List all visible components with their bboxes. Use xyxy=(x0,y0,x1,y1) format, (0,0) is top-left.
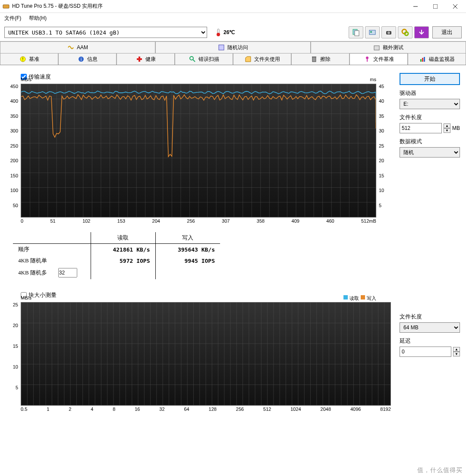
tab-信息[interactable]: i信息 xyxy=(58,53,116,65)
chart2-unit-left: MB/s xyxy=(21,295,31,300)
tab-container: AAM随机访问额外测试 !基准i信息健康错误扫描文件夹使用擦除文件基准磁盘监视器 xyxy=(0,41,466,65)
filelen2-select[interactable]: 64 MB xyxy=(400,322,460,333)
minimize-button[interactable] xyxy=(406,0,425,13)
svg-rect-29 xyxy=(424,57,425,62)
copy-info-button[interactable] xyxy=(349,26,363,38)
svg-text:!: ! xyxy=(22,57,23,62)
tab-随机访问[interactable]: 随机访问 xyxy=(155,41,311,53)
drive-label: 驱动器 xyxy=(400,89,460,97)
svg-rect-24 xyxy=(312,57,316,57)
tab-文件基准[interactable]: 文件基准 xyxy=(350,53,408,65)
svg-rect-2 xyxy=(433,4,438,9)
save-screenshot-button[interactable] xyxy=(381,26,396,38)
temperature: 26℃ xyxy=(215,28,235,37)
tab-健康[interactable]: 健康 xyxy=(116,53,175,65)
mode-select[interactable]: 随机 xyxy=(400,147,460,158)
delay-input[interactable] xyxy=(400,347,451,357)
tab-擦除[interactable]: 擦除 xyxy=(291,53,350,65)
tab-磁盘监视器[interactable]: 磁盘监视器 xyxy=(408,53,466,65)
app-icon xyxy=(3,3,9,10)
svg-rect-15 xyxy=(219,45,224,50)
chart2 xyxy=(21,302,391,406)
copy-screenshot-button[interactable] xyxy=(365,26,380,38)
drive-select[interactable]: UNITEK USB3.1 TO SATA6G (1024 gB) xyxy=(4,27,207,38)
chart2-x-axis: 0.512481632641282565121024204840968192 xyxy=(21,407,391,414)
sidebar: 开始 驱动器 E: 文件长度 ▲▼ MB 数据模式 随机 文件长度 64 MB … xyxy=(400,73,460,414)
svg-text:i: i xyxy=(80,57,81,62)
chart1-unit-left: MB/s xyxy=(21,77,31,82)
svg-point-12 xyxy=(387,32,390,34)
chart2-y-left: 252015105 xyxy=(6,302,20,406)
titlebar: HD Tune Pro 5.75 - 硬盘/SSD 实用程序 xyxy=(0,0,466,13)
filelen2-label: 文件长度 xyxy=(400,313,460,321)
chart1-y-right: 45403530252015105 xyxy=(377,84,391,218)
chart1-x-axis: 051102153204256307358409460512mB xyxy=(21,218,376,226)
start-button[interactable]: 开始 xyxy=(400,73,460,85)
chart1-y-left: 45040035030025020015010050 xyxy=(6,84,20,218)
close-button[interactable] xyxy=(445,0,465,13)
maximize-button[interactable] xyxy=(425,0,445,13)
menu-help[interactable]: 帮助(H) xyxy=(29,15,47,22)
svg-rect-8 xyxy=(355,31,359,36)
tab-AAM[interactable]: AAM xyxy=(0,41,155,53)
window-title: HD Tune Pro 5.75 - 硬盘/SSD 实用程序 xyxy=(12,3,406,10)
mode-label: 数据模式 xyxy=(400,138,460,145)
svg-rect-16 xyxy=(374,46,379,50)
svg-rect-28 xyxy=(422,58,423,62)
delay-spinner[interactable]: ▲▼ xyxy=(453,347,460,356)
save-button[interactable] xyxy=(414,26,429,38)
svg-point-21 xyxy=(190,57,193,60)
drive-letter-select[interactable]: E: xyxy=(400,99,460,109)
svg-point-14 xyxy=(405,32,408,35)
chart1 xyxy=(21,84,376,218)
chart2-legend: 读取 写入 xyxy=(343,295,376,302)
svg-rect-23 xyxy=(312,57,316,62)
options-button[interactable] xyxy=(398,26,412,38)
svg-rect-0 xyxy=(3,5,9,8)
exit-button[interactable]: 退出 xyxy=(432,26,462,38)
svg-rect-26 xyxy=(367,59,368,62)
svg-point-6 xyxy=(217,33,220,36)
tab-文件夹使用[interactable]: 文件夹使用 xyxy=(233,53,291,65)
tab-额外测试[interactable]: 额外测试 xyxy=(311,41,466,53)
tab-错误扫描[interactable]: 错误扫描 xyxy=(175,53,233,65)
menu-file[interactable]: 文件(F) xyxy=(4,15,21,22)
svg-rect-10 xyxy=(370,31,372,33)
svg-line-22 xyxy=(193,60,195,62)
chart1-unit-right: ms xyxy=(370,77,376,82)
results-table: 读取 写入 顺序 421861 KB/s 395643 KB/s 4KB 随机单… xyxy=(13,232,391,279)
filelen-spinner[interactable]: ▲▼ xyxy=(444,123,450,133)
filelen-label: 文件长度 xyxy=(400,113,460,121)
svg-rect-27 xyxy=(420,59,422,62)
menubar: 文件(F) 帮助(H) xyxy=(0,13,466,24)
thermometer-icon xyxy=(215,28,222,37)
delay-label: 延迟 xyxy=(400,337,460,345)
toolbar: UNITEK USB3.1 TO SATA6G (1024 gB) 26℃ 退出 xyxy=(0,24,466,41)
filelen-input[interactable] xyxy=(400,123,442,133)
tab-基准[interactable]: !基准 xyxy=(0,53,58,65)
queue-depth-spinner[interactable] xyxy=(58,268,77,277)
